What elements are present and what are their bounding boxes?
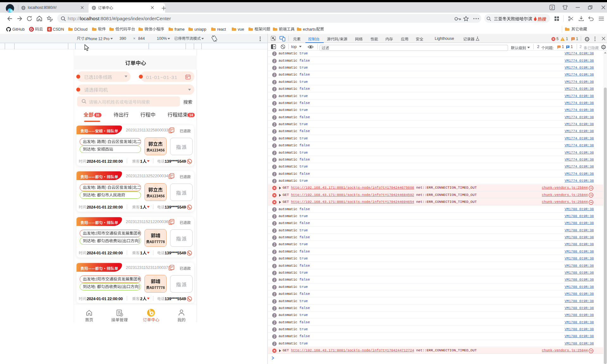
- svg-text:2: 2: [273, 342, 275, 345]
- svg-text:2: 2: [273, 285, 275, 289]
- svg-text:2: 2: [273, 116, 275, 119]
- svg-text:2: 2: [273, 321, 275, 324]
- svg-text:2: 2: [273, 328, 275, 331]
- svg-text:2: 2: [273, 137, 275, 140]
- svg-text:2: 2: [273, 229, 275, 232]
- svg-text:2: 2: [273, 314, 275, 317]
- svg-text:2: 2: [273, 101, 275, 105]
- svg-text:2: 2: [273, 94, 275, 98]
- svg-text:2: 2: [273, 250, 275, 253]
- svg-text:2: 2: [273, 264, 275, 268]
- svg-text:2: 2: [273, 257, 275, 261]
- svg-text:2: 2: [273, 208, 275, 211]
- svg-text:2: 2: [273, 144, 275, 148]
- svg-text:2: 2: [273, 88, 275, 91]
- svg-text:2: 2: [551, 6, 553, 9]
- svg-text:2: 2: [273, 66, 275, 70]
- svg-text:2: 2: [273, 179, 275, 183]
- svg-text:2: 2: [273, 151, 275, 155]
- svg-text:2: 2: [273, 123, 275, 126]
- svg-text:2: 2: [273, 165, 275, 169]
- svg-text:2: 2: [273, 130, 275, 133]
- svg-text:2: 2: [273, 300, 275, 303]
- svg-text:2: 2: [273, 52, 275, 56]
- svg-text:2: 2: [273, 109, 275, 112]
- svg-text:2: 2: [273, 335, 275, 338]
- svg-text:2: 2: [273, 293, 275, 296]
- svg-text:2: 2: [273, 158, 275, 161]
- svg-text:2: 2: [273, 73, 275, 77]
- svg-text:2: 2: [273, 236, 275, 240]
- svg-text:2: 2: [273, 278, 275, 282]
- svg-text:2: 2: [273, 243, 275, 246]
- svg-text:2: 2: [273, 59, 275, 63]
- svg-text:2: 2: [273, 80, 275, 84]
- svg-text:2: 2: [273, 306, 275, 310]
- svg-text:2: 2: [273, 222, 275, 225]
- svg-text:2: 2: [273, 215, 275, 218]
- svg-text:2: 2: [273, 172, 275, 176]
- svg-text:2: 2: [273, 271, 275, 275]
